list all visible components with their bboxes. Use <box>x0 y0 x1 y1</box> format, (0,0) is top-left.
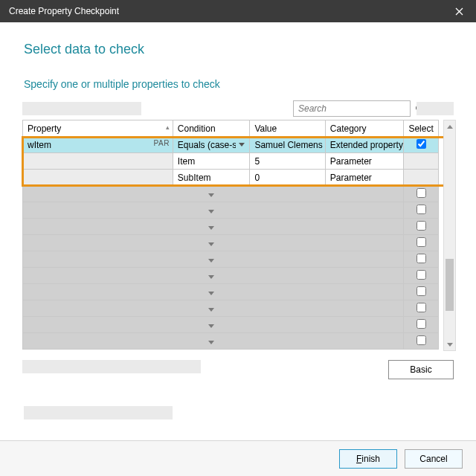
expand-cell[interactable] <box>23 235 404 251</box>
toolbar <box>22 100 454 117</box>
expand-cell[interactable] <box>23 333 404 350</box>
cell-condition[interactable]: Item <box>173 153 250 170</box>
select-checkbox[interactable] <box>416 319 426 329</box>
chevron-down-icon <box>208 226 214 230</box>
table-row-empty[interactable] <box>23 202 439 219</box>
dialog-content: Select data to check Specify one or mult… <box>0 22 476 476</box>
cell-value[interactable]: Samuel Clemens <box>250 137 325 153</box>
table-row[interactable]: wItemPAREquals (case-sensitive)Samuel Cl… <box>23 137 439 153</box>
select-checkbox[interactable] <box>416 139 426 149</box>
cell-property[interactable] <box>23 153 173 170</box>
search-input[interactable] <box>294 103 415 114</box>
cell-property[interactable] <box>23 170 173 186</box>
close-icon[interactable] <box>448 0 470 22</box>
cell-select[interactable] <box>404 202 439 219</box>
window-title: Create Property Checkpoint <box>9 6 448 16</box>
cell-select[interactable] <box>404 235 439 251</box>
cell-select <box>404 170 439 186</box>
chevron-down-icon <box>208 308 214 312</box>
select-checkbox[interactable] <box>416 303 426 312</box>
bottom-actions: Basic <box>19 360 457 379</box>
select-checkbox[interactable] <box>416 205 426 214</box>
select-checkbox[interactable] <box>416 335 426 345</box>
cell-category: Parameter <box>325 170 404 186</box>
cell-select[interactable] <box>404 186 439 202</box>
table-row-empty[interactable] <box>23 300 439 317</box>
cell-condition[interactable]: Equals (case-sensitive) <box>173 137 250 153</box>
page-subtitle: Specify one or multiple properties to ch… <box>24 78 457 90</box>
cell-value[interactable]: 0 <box>250 170 325 186</box>
cell-select[interactable] <box>404 268 439 284</box>
cell-select[interactable] <box>404 317 439 333</box>
vertical-scrollbar[interactable] <box>443 120 456 351</box>
scroll-up-icon[interactable] <box>444 120 455 132</box>
footer-placeholder <box>24 406 173 419</box>
select-checkbox[interactable] <box>416 270 426 280</box>
chevron-down-icon <box>208 275 214 279</box>
expand-cell[interactable] <box>23 186 404 202</box>
page-title: Select data to check <box>24 42 457 57</box>
table-row-empty[interactable] <box>23 284 439 300</box>
expand-cell[interactable] <box>23 284 404 300</box>
table-row-empty[interactable] <box>23 186 439 202</box>
select-checkbox[interactable] <box>416 188 426 198</box>
chevron-down-icon <box>208 341 214 344</box>
table-row-empty[interactable] <box>23 268 439 284</box>
cell-value[interactable]: 5 <box>250 153 325 170</box>
select-checkbox[interactable] <box>416 254 426 263</box>
cell-select[interactable] <box>404 219 439 235</box>
select-checkbox[interactable] <box>416 237 426 247</box>
bottom-placeholder <box>22 360 201 373</box>
table-row[interactable]: Item5Parameter <box>23 153 439 170</box>
cell-select[interactable] <box>404 137 439 153</box>
scroll-thumb[interactable] <box>446 259 454 311</box>
select-checkbox[interactable] <box>416 286 426 296</box>
title-bar: Create Property Checkpoint <box>0 0 476 22</box>
property-table-area: Property ▴ Condition Value Category Sele… <box>22 120 454 350</box>
table-row-empty[interactable] <box>23 317 439 333</box>
col-header-label: Property <box>28 123 61 134</box>
finish-button[interactable]: Finish <box>339 449 397 469</box>
basic-button[interactable]: Basic <box>388 360 454 379</box>
property-table: Property ▴ Condition Value Category Sele… <box>22 120 439 350</box>
chevron-down-icon <box>208 242 214 246</box>
col-header-value[interactable]: Value <box>250 120 325 137</box>
col-header-category[interactable]: Category <box>325 120 404 137</box>
property-tag: PAR <box>154 139 170 147</box>
search-field[interactable] <box>293 100 411 117</box>
cell-select[interactable] <box>404 251 439 268</box>
toolbar-placeholder-left <box>22 102 141 115</box>
cancel-button[interactable]: Cancel <box>405 449 463 469</box>
col-header-condition[interactable]: Condition <box>173 120 250 137</box>
chevron-down-icon[interactable] <box>239 143 245 147</box>
expand-cell[interactable] <box>23 219 404 235</box>
table-header-row: Property ▴ Condition Value Category Sele… <box>23 120 439 137</box>
table-row-empty[interactable] <box>23 235 439 251</box>
expand-cell[interactable] <box>23 202 404 219</box>
cell-property[interactable]: wItemPAR <box>23 137 173 153</box>
dialog-footer: Finish Cancel <box>0 440 476 476</box>
chevron-down-icon <box>208 259 214 263</box>
col-header-select[interactable]: Select <box>404 120 439 137</box>
cell-condition[interactable]: SubItem <box>173 170 250 186</box>
cell-select[interactable] <box>404 333 439 350</box>
toolbar-placeholder-right <box>416 102 454 115</box>
table-row-empty[interactable] <box>23 333 439 350</box>
cell-category: Parameter <box>325 153 404 170</box>
scroll-track[interactable] <box>444 132 455 338</box>
select-checkbox[interactable] <box>416 221 426 231</box>
cell-select <box>404 153 439 170</box>
col-header-property[interactable]: Property ▴ <box>23 120 173 137</box>
cell-category: Extended property <box>325 137 404 153</box>
table-row[interactable]: SubItem0Parameter <box>23 170 439 186</box>
expand-cell[interactable] <box>23 317 404 333</box>
table-row-empty[interactable] <box>23 219 439 235</box>
table-row-empty[interactable] <box>23 251 439 268</box>
cell-select[interactable] <box>404 300 439 317</box>
chevron-down-icon <box>208 324 214 328</box>
expand-cell[interactable] <box>23 251 404 268</box>
expand-cell[interactable] <box>23 300 404 317</box>
expand-cell[interactable] <box>23 268 404 284</box>
cell-select[interactable] <box>404 284 439 300</box>
scroll-down-icon[interactable] <box>444 338 455 350</box>
